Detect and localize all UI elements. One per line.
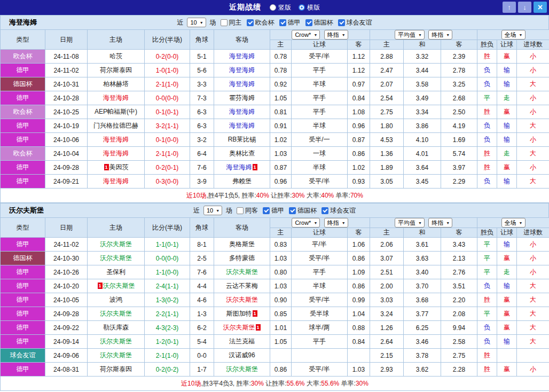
filter-checkbox[interactable]: 同主 <box>221 18 242 27</box>
final-odds-select[interactable]: 终指▼ <box>324 218 348 228</box>
goals-result-cell: 大 <box>517 77 549 91</box>
team-name-link[interactable]: 门兴格拉德巴赫 <box>93 122 138 129</box>
team-name-link[interactable]: 海登海姆 <box>229 52 255 60</box>
filter-checkbox[interactable]: 同客 <box>237 206 258 215</box>
goals-result-cell: 大 <box>517 279 549 293</box>
team-name-link[interactable]: 沃尔夫斯堡 <box>226 296 258 303</box>
bookmaker-select[interactable]: Crow*▼ <box>292 218 320 228</box>
corner-cell: 2-5 <box>190 252 214 265</box>
bookmaker-select[interactable]: Crow*▼ <box>292 30 320 40</box>
team-name-link[interactable]: 奥林比查 <box>229 150 255 157</box>
away-team-cell: RB莱比锡 <box>214 133 270 147</box>
team-name-link[interactable]: 荷尔斯泰因 <box>100 66 132 74</box>
handicap-result-cell: 输 <box>497 119 517 133</box>
match-row: 德甲24-10-28海登海姆0-0(0-0)7-3霍芬海姆1.05平手0.842… <box>1 91 549 105</box>
team-name: 沃尔夫斯堡 <box>9 206 44 215</box>
filter-checkbox[interactable]: 德国杯 <box>305 18 333 27</box>
team-section-header: 沃尔夫斯堡 近 10▼ 场 同客德甲德国杯球会友谊 <box>0 203 549 217</box>
team-name-link[interactable]: 海登海姆 <box>229 66 255 74</box>
team-name-link[interactable]: AEP帕福斯(中) <box>95 108 137 115</box>
away-team-cell: 海登海姆 <box>214 105 270 119</box>
team-name-link[interactable]: 荷尔斯泰因 <box>100 365 132 373</box>
final-odds-select[interactable]: 终指▼ <box>324 30 348 40</box>
result-cell: 胜 <box>477 293 497 307</box>
team-name-link[interactable]: 沃尔夫斯堡 <box>100 240 132 248</box>
team-name-link[interactable]: RB莱比锡 <box>228 136 256 143</box>
filter-label: 欧会杯 <box>255 18 274 27</box>
team-name-link[interactable]: 海登海姆 <box>229 108 255 115</box>
home-team-cell: 荷尔斯泰因 <box>88 363 145 377</box>
team-name-link[interactable]: 汉诺威96 <box>229 351 255 359</box>
view-mode-radio[interactable]: 横版 <box>299 3 320 12</box>
team-name-link[interactable]: 多特蒙德 <box>229 254 255 262</box>
view-mode-radios: 竖版横版 <box>270 3 320 12</box>
filter-checkbox[interactable]: 德甲 <box>279 18 301 27</box>
league-type-cell: 德甲 <box>1 64 45 77</box>
scroll-down-button[interactable]: ↓ <box>518 2 531 13</box>
scope-select[interactable]: 全场▼ <box>501 30 526 40</box>
league-type-cell: 德甲 <box>1 363 45 377</box>
team-name-link[interactable]: 沃尔夫斯堡 <box>103 282 135 289</box>
final-odds-select-2[interactable]: 终指▼ <box>428 30 452 40</box>
team-name-link[interactable]: 海登海姆 <box>229 80 255 88</box>
team-name-link[interactable]: 沃尔夫斯堡 <box>223 324 255 331</box>
goals-result-cell: 大 <box>517 147 549 161</box>
team-name-link[interactable]: 弗赖堡 <box>232 177 252 185</box>
match-count-select[interactable]: 10▼ <box>187 18 206 27</box>
team-name-link[interactable]: 哈茨 <box>109 52 122 60</box>
filter-checkbox[interactable]: 球会友谊 <box>321 206 356 215</box>
filter-checkbox[interactable]: 球会友谊 <box>338 18 372 27</box>
goals-result-cell: 大 <box>517 175 549 189</box>
score-cell: 2-4(1-1) <box>145 279 190 293</box>
team-name-link[interactable]: 沃尔夫斯堡 <box>100 338 132 345</box>
match-row: 德甲24-10-26圣保利1-1(0-0)7-6沃尔夫斯堡0.80平手1.092… <box>1 265 549 279</box>
team-name-link[interactable]: 勒沃库森 <box>103 324 129 331</box>
team-name-link[interactable]: 沃尔夫斯堡 <box>226 268 258 276</box>
team-name-link[interactable]: 沃尔夫斯堡 <box>100 254 132 262</box>
match-row: 德国杯24-10-30沃尔夫斯堡0-0(0-0)2-5多特蒙德1.03受平/半0… <box>1 252 549 265</box>
team-name-link[interactable]: 海登海姆 <box>226 163 252 171</box>
team-name-link[interactable]: 柏林赫塔 <box>103 80 129 88</box>
team-name-link[interactable]: 法兰克福 <box>229 338 255 345</box>
handicap-result-cell: 赢 <box>497 321 517 335</box>
close-button[interactable]: × <box>534 2 547 13</box>
team-name-link[interactable]: 沃尔夫斯堡 <box>100 351 132 359</box>
filter-checkbox[interactable]: 德国杯 <box>289 206 317 215</box>
checkbox-icon <box>237 207 244 214</box>
team-name-link[interactable]: 沃尔夫斯堡 <box>100 310 132 317</box>
team-name-link[interactable]: 美因茨 <box>109 163 129 171</box>
team-name-link[interactable]: 海登海姆 <box>103 136 129 143</box>
home-team-cell: 门兴格拉德巴赫 <box>88 119 145 133</box>
scope-select[interactable]: 全场▼ <box>501 218 526 228</box>
titlebar: 近期战绩 竖版横版 ↑ ↓ × <box>0 0 549 15</box>
team-name-link[interactable]: 圣保利 <box>106 268 126 276</box>
team-name-link[interactable]: 海登海姆 <box>229 122 255 129</box>
match-row: 德甲24-10-05波鸿1-3(0-2)4-6沃尔夫斯堡0.90受平/半0.99… <box>1 293 549 307</box>
team-name-link[interactable]: 波鸿 <box>109 296 122 303</box>
handicap-cell: 一球 <box>292 147 348 161</box>
scroll-up-button[interactable]: ↑ <box>503 2 516 13</box>
average-select[interactable]: 平均值▼ <box>395 30 425 40</box>
filter-checkbox[interactable]: 欧会杯 <box>247 18 274 27</box>
home-team-cell: 1美因茨 <box>88 161 145 175</box>
average-select[interactable]: 平均值▼ <box>395 218 425 228</box>
team-name-link[interactable]: 云达不莱梅 <box>226 282 258 289</box>
home-team-cell: 1沃尔夫斯堡 <box>88 279 145 293</box>
team-name-link[interactable]: 海登海姆 <box>103 177 129 185</box>
summary-segment: 大率: <box>305 192 321 199</box>
title-group: 近期战绩 竖版横版 <box>229 3 320 12</box>
handicap-result-cell: 走 <box>497 91 517 105</box>
team-name-link[interactable]: 沃尔夫斯堡 <box>226 365 258 373</box>
match-count-select[interactable]: 10▼ <box>203 206 222 215</box>
team-name-link[interactable]: 霍芬海姆 <box>229 94 255 101</box>
filter-checkbox[interactable]: 德甲 <box>263 206 284 215</box>
select-value: 终指 <box>327 219 339 227</box>
final-odds-select-2[interactable]: 终指▼ <box>428 218 452 228</box>
team-name-link[interactable]: 海登海姆 <box>103 94 129 101</box>
team-name-link[interactable]: 斯图加特 <box>226 310 252 317</box>
team-name-link[interactable]: 奥格斯堡 <box>229 240 255 248</box>
view-mode-radio[interactable]: 竖版 <box>270 3 291 12</box>
result-cell: 负 <box>477 133 497 147</box>
checkbox-icon <box>289 207 296 214</box>
team-name-link[interactable]: 海登海姆 <box>103 150 129 157</box>
